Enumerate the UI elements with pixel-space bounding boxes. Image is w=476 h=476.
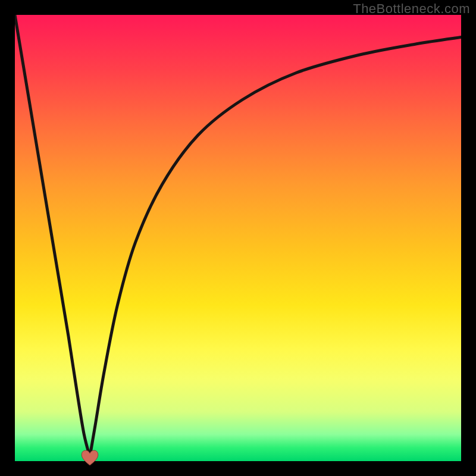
right-branch-path <box>90 37 461 457</box>
plot-area <box>15 15 461 461</box>
chart-frame: TheBottleneck.com <box>0 0 476 476</box>
curve-svg <box>15 15 461 461</box>
heart-icon <box>82 450 98 465</box>
left-branch-path <box>15 15 90 457</box>
heart-marker <box>80 448 100 466</box>
